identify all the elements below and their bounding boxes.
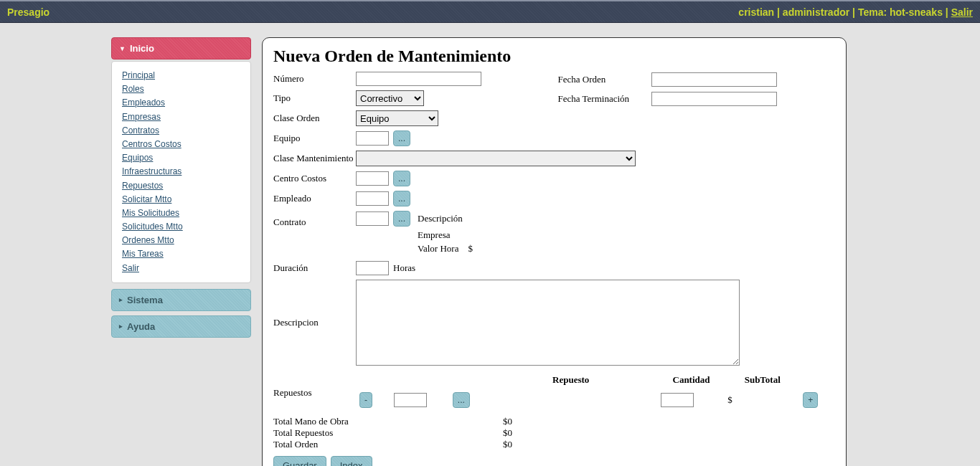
sidebar-section-title: Inicio <box>130 43 154 54</box>
sidebar-item-empresas[interactable]: Empresas <box>122 110 240 124</box>
user-info: cristian | administrador | Tema: hot-sne… <box>738 6 973 18</box>
caret-down-icon: ▼ <box>119 45 126 52</box>
centro-costos-lookup-button[interactable]: ... <box>393 171 410 186</box>
sidebar-item-roles[interactable]: Roles <box>122 82 240 96</box>
sidebar-item-contratos[interactable]: Contratos <box>122 124 240 138</box>
sidebar-section-inicio[interactable]: ▼ Inicio <box>111 37 251 60</box>
empleado-input[interactable] <box>356 191 389 206</box>
descripcion-textarea[interactable] <box>356 280 740 366</box>
sidebar-item-mis-tareas[interactable]: Mis Tareas <box>122 247 240 261</box>
repuesto-minus-button[interactable]: - <box>359 392 372 408</box>
equipo-input[interactable] <box>356 131 389 146</box>
fecha-terminacion-input[interactable] <box>651 92 777 106</box>
sidebar-item-salir[interactable]: Salir <box>122 262 240 275</box>
clase-orden-select[interactable]: Equipo <box>356 110 438 126</box>
label-fecha-orden: Fecha Orden <box>558 74 651 85</box>
label-empleado: Empleado <box>273 193 356 204</box>
sidebar-item-repuestos[interactable]: Repuestos <box>122 179 240 193</box>
contrato-input[interactable] <box>356 211 389 226</box>
label-repuestos: Repuestos <box>273 370 356 399</box>
top-bar: Presagio cristian | administrador | Tema… <box>0 0 980 23</box>
sidebar-item-solicitar-mtto[interactable]: Solicitar Mtto <box>122 193 240 206</box>
label-clase-orden: Clase Orden <box>273 113 356 124</box>
repuesto-cantidad-input[interactable] <box>661 393 694 407</box>
sidebar-item-mis-solicitudes[interactable]: Mis Solicitudes <box>122 206 240 220</box>
sidebar: ▼ Inicio Principal Roles Empleados Empre… <box>111 37 251 466</box>
label-tipo: Tipo <box>273 92 356 104</box>
contrato-valor-hora-value: $ <box>468 243 473 254</box>
sidebar-body-inicio: Principal Roles Empleados Empresas Contr… <box>111 61 251 283</box>
index-button[interactable]: Index <box>331 456 372 466</box>
duracion-unit: Horas <box>393 262 415 274</box>
brand-label: Presagio <box>7 6 50 18</box>
label-total-mano-obra: Total Mano de Obra <box>273 416 503 427</box>
theme-value: hot-sneaks <box>890 6 943 18</box>
guardar-button[interactable]: Guardar <box>273 456 326 466</box>
page-title: Nueva Orden de Mantenimiento <box>273 47 835 66</box>
numero-input[interactable] <box>356 72 481 86</box>
col-repuesto: Repuesto <box>485 374 657 389</box>
sidebar-section-title: Sistema <box>127 295 163 305</box>
label-total-repuestos: Total Repuestos <box>273 427 503 439</box>
sidebar-item-infraestructuras[interactable]: Infraestructuras <box>122 165 240 179</box>
tipo-select[interactable]: Correctivo <box>356 90 424 106</box>
contrato-lookup-button[interactable]: ... <box>393 211 410 227</box>
equipo-lookup-button[interactable]: ... <box>393 130 410 146</box>
col-subtotal: SubTotal <box>725 374 799 389</box>
caret-right-icon: ▸ <box>119 296 123 303</box>
label-numero: Número <box>273 73 356 85</box>
label-descripcion: Descripcion <box>273 317 356 328</box>
fecha-orden-input[interactable] <box>651 72 777 87</box>
repuesto-subtotal-cell: $ <box>725 390 799 410</box>
sidebar-section-title: Ayuda <box>127 321 155 332</box>
empleado-lookup-button[interactable]: ... <box>393 191 410 206</box>
sidebar-item-centros-costos[interactable]: Centros Costos <box>122 138 240 151</box>
sidebar-item-equipos[interactable]: Equipos <box>122 151 240 165</box>
total-mano-obra-value: $0 <box>503 416 835 427</box>
label-contrato-descripcion: Descripción <box>418 213 463 224</box>
sidebar-item-principal[interactable]: Principal <box>122 69 240 82</box>
repuesto-name-cell <box>485 390 657 410</box>
label-clase-mantenimiento: Clase Mantenimiento <box>273 153 356 164</box>
label-contrato-valor-hora: Valor Hora <box>418 243 458 254</box>
sidebar-item-empleados[interactable]: Empleados <box>122 96 240 110</box>
clase-mantenimiento-select[interactable] <box>356 151 636 166</box>
sidebar-item-ordenes-mtto[interactable]: Ordenes Mtto <box>122 234 240 247</box>
label-equipo: Equipo <box>273 133 356 144</box>
theme-label: Tema: <box>858 6 887 18</box>
user-name: cristian <box>738 6 774 18</box>
label-total-orden: Total Orden <box>273 439 503 450</box>
repuesto-plus-button[interactable]: + <box>803 392 818 408</box>
repuesto-lookup-button[interactable]: ... <box>453 392 470 408</box>
label-centro-costos: Centro Costos <box>273 173 356 184</box>
repuesto-code-input[interactable] <box>394 393 427 407</box>
duracion-input[interactable] <box>356 261 389 275</box>
col-cantidad: Cantidad <box>659 374 725 389</box>
total-repuestos-value: $0 <box>503 427 835 439</box>
sidebar-section-sistema[interactable]: ▸ Sistema <box>111 289 251 311</box>
label-duracion: Duración <box>273 262 356 274</box>
total-orden-value: $0 <box>503 439 835 450</box>
label-contrato: Contrato <box>273 211 356 228</box>
label-contrato-empresa: Empresa <box>418 229 835 241</box>
caret-right-icon: ▸ <box>119 323 123 330</box>
main-panel: Nueva Orden de Mantenimiento Número Tipo… <box>262 37 847 466</box>
logout-link[interactable]: Salir <box>951 6 973 18</box>
user-role: administrador <box>783 6 849 18</box>
sidebar-section-ayuda[interactable]: ▸ Ayuda <box>111 315 251 338</box>
centro-costos-input[interactable] <box>356 171 389 186</box>
label-fecha-terminacion: Fecha Terminación <box>558 93 651 105</box>
sidebar-item-solicitudes-mtto[interactable]: Solicitudes Mtto <box>122 220 240 234</box>
